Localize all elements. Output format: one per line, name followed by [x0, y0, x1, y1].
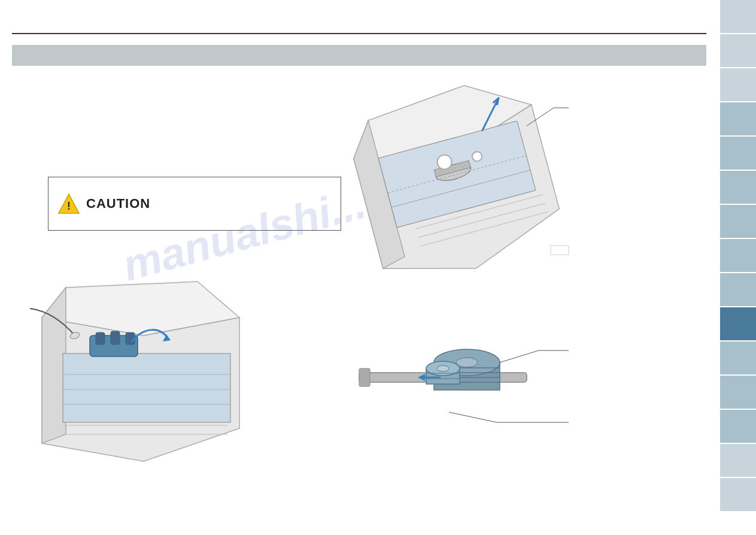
sidebar-tab-2[interactable] — [720, 34, 756, 67]
svg-point-42 — [456, 358, 478, 367]
sidebar-tab-13[interactable] — [720, 410, 756, 443]
image-top-right — [347, 78, 575, 306]
sidebar-tab-8[interactable] — [720, 239, 756, 272]
sidebar — [720, 0, 756, 535]
svg-text:!: ! — [67, 200, 71, 212]
svg-rect-17 — [551, 246, 569, 255]
sidebar-tab-1[interactable] — [720, 0, 756, 33]
sidebar-tab-12[interactable] — [720, 376, 756, 409]
sidebar-tab-4[interactable] — [720, 102, 756, 135]
sidebar-tab-14[interactable] — [720, 444, 756, 477]
sidebar-tab-11[interactable] — [720, 341, 756, 374]
caution-box: ! CAUTION — [48, 177, 341, 231]
svg-line-50 — [500, 350, 539, 362]
caution-label: CAUTION — [86, 196, 150, 211]
sidebar-tab-5[interactable] — [720, 137, 756, 170]
svg-line-52 — [449, 412, 497, 422]
svg-marker-20 — [42, 288, 66, 443]
svg-point-48 — [437, 365, 449, 371]
header-bar — [12, 45, 706, 66]
main-content: ! CAUTION manualshi... — [0, 0, 718, 535]
sidebar-tab-15[interactable] — [720, 478, 756, 511]
image-bottom-right — [347, 306, 575, 449]
svg-rect-27 — [111, 331, 120, 344]
image-bottom-left — [30, 270, 251, 467]
svg-rect-34 — [359, 368, 370, 386]
svg-rect-26 — [96, 333, 105, 344]
caution-icon: ! — [57, 192, 80, 215]
sidebar-tab-9[interactable] — [720, 273, 756, 306]
sidebar-tab-6[interactable] — [720, 171, 756, 204]
top-divider — [12, 33, 706, 34]
sidebar-tab-7[interactable] — [720, 205, 756, 238]
svg-rect-21 — [63, 353, 230, 422]
sidebar-tab-10[interactable] — [720, 307, 756, 340]
sidebar-tab-3[interactable] — [720, 68, 756, 101]
